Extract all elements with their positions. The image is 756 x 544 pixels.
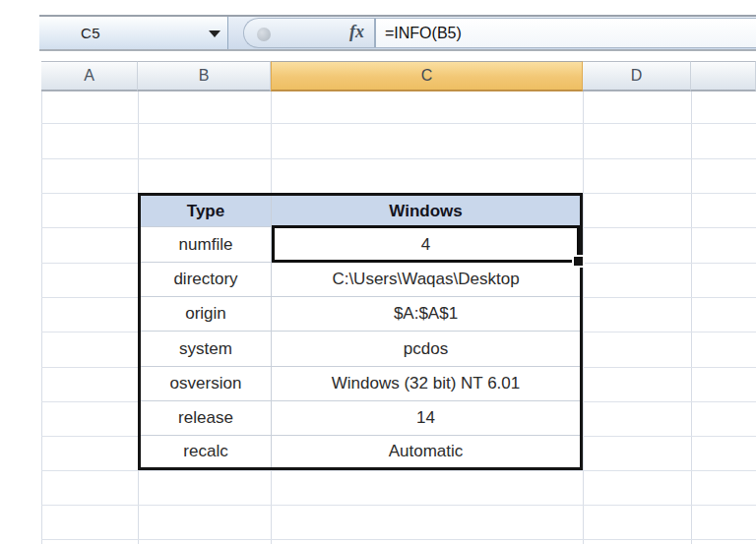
header-margin [0, 61, 41, 91]
formula-bar-pill: fx =INFO(B5) [243, 18, 756, 48]
name-box[interactable]: C5 [39, 17, 228, 49]
column-header-row: A B C D [0, 61, 756, 91]
insert-function-icon[interactable]: fx [349, 22, 364, 42]
column-letter: B [199, 67, 210, 85]
cell-value[interactable]: $A:$A$1 [272, 297, 580, 331]
formula-bar-cap: fx [244, 19, 374, 47]
formula-text: =INFO(B5) [376, 25, 462, 42]
cell-value[interactable]: 14 [272, 401, 580, 435]
table-row[interactable]: numfile 4 [141, 227, 580, 263]
cell-label[interactable]: directory [141, 263, 272, 296]
cell-label[interactable]: release [141, 401, 272, 435]
column-header-a[interactable]: A [41, 61, 138, 91]
gridline [41, 158, 756, 159]
table-row[interactable]: system pcdos [141, 332, 580, 367]
cell-label[interactable]: origin [141, 297, 272, 331]
cell-value-active[interactable]: 4 [272, 227, 580, 262]
gridline [41, 470, 756, 471]
header-cell-windows[interactable]: Windows [272, 196, 580, 226]
cell-label[interactable]: osversion [141, 367, 272, 400]
name-box-dropdown-icon[interactable] [209, 30, 220, 37]
table-row[interactable]: osversion Windows (32 bit) NT 6.01 [141, 367, 580, 401]
gridline [583, 91, 584, 544]
cell-value[interactable]: pcdos [272, 332, 580, 366]
formula-input[interactable]: =INFO(B5) [376, 19, 756, 47]
formula-bar-strip: C5 fx =INFO(B5) [39, 15, 756, 51]
gridline [41, 123, 756, 124]
column-header-d[interactable]: D [583, 61, 691, 91]
drag-handle-icon[interactable] [257, 28, 271, 41]
cell-label[interactable]: recalc [141, 436, 272, 467]
column-header-stub [691, 61, 756, 91]
cell-value[interactable]: Automatic [272, 436, 580, 467]
column-header-c-selected[interactable]: C [271, 61, 583, 91]
table-row[interactable]: recalc Automatic [141, 436, 580, 467]
header-cell-type[interactable]: Type [141, 196, 272, 226]
table-row[interactable]: directory C:\Users\Waqas\Desktop [141, 263, 580, 297]
cell-value[interactable]: C:\Users\Waqas\Desktop [272, 263, 580, 296]
cell-label[interactable]: numfile [141, 227, 272, 262]
table-header-row[interactable]: Type Windows [141, 196, 580, 227]
info-table: Type Windows numfile 4 directory C:\User… [138, 193, 583, 470]
gridline [41, 91, 42, 544]
table-row[interactable]: release 14 [141, 401, 580, 436]
fill-handle[interactable] [574, 257, 583, 266]
gridline [41, 505, 756, 506]
column-letter: D [631, 67, 643, 85]
column-letter: A [84, 67, 94, 85]
name-box-value: C5 [39, 25, 100, 41]
cell-label[interactable]: system [141, 332, 272, 366]
gridline [41, 539, 756, 540]
table-row[interactable]: origin $A:$A$1 [141, 297, 580, 332]
column-header-b[interactable]: B [138, 61, 271, 91]
cell-value[interactable]: Windows (32 bit) NT 6.01 [272, 367, 580, 400]
gridline [691, 91, 692, 544]
column-letter: C [421, 67, 433, 85]
